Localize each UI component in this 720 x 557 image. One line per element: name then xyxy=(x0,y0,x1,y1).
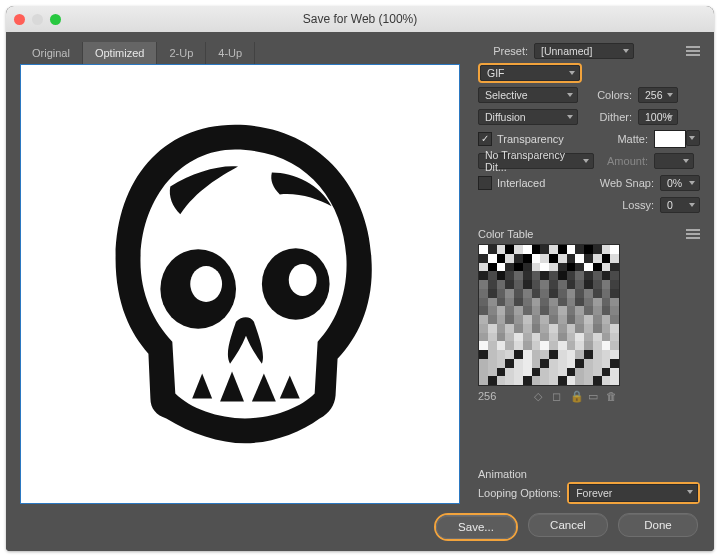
svg-point-3 xyxy=(289,264,317,296)
looping-highlight: Forever xyxy=(567,482,700,504)
animation-title: Animation xyxy=(478,468,700,480)
matte-dropdown[interactable] xyxy=(686,130,700,146)
format-dropdown[interactable]: GIF xyxy=(480,65,580,81)
save-highlight: Save... xyxy=(434,513,518,541)
preview-canvas[interactable] xyxy=(20,64,460,504)
maximize-icon[interactable] xyxy=(50,14,61,25)
preview-tabs: Original Optimized 2-Up 4-Up xyxy=(20,42,460,64)
color-table-menu-icon[interactable] xyxy=(686,229,700,239)
cancel-button[interactable]: Cancel xyxy=(528,513,608,537)
tab-optimized[interactable]: Optimized xyxy=(83,42,158,64)
preset-label: Preset: xyxy=(478,45,528,57)
matte-swatch[interactable] xyxy=(654,130,686,148)
interlaced-checkbox[interactable] xyxy=(478,176,492,190)
amount-label: Amount: xyxy=(602,155,648,167)
websnap-label: Web Snap: xyxy=(596,177,654,189)
format-highlight: GIF xyxy=(478,63,582,83)
looping-label: Looping Options: xyxy=(478,487,561,499)
websnap-dropdown[interactable]: 0% xyxy=(660,175,700,191)
interlaced-label: Interlaced xyxy=(497,177,545,189)
save-button[interactable]: Save... xyxy=(436,515,516,539)
trash-icon[interactable]: 🗑 xyxy=(606,390,618,402)
color-table-title: Color Table xyxy=(478,228,533,240)
color-table-grid[interactable] xyxy=(478,244,620,386)
looping-dropdown[interactable]: Forever xyxy=(569,484,698,502)
ct-icon-1[interactable]: ◇ xyxy=(534,390,546,402)
transparency-label: Transparency xyxy=(497,133,564,145)
dither-algo-dropdown[interactable]: Diffusion xyxy=(478,109,578,125)
flyout-menu-icon[interactable] xyxy=(686,46,700,56)
transparency-checkbox[interactable]: ✓ xyxy=(478,132,492,146)
preview-image xyxy=(21,65,459,503)
matte-label: Matte: xyxy=(602,133,648,145)
new-color-icon[interactable]: ▭ xyxy=(588,390,600,402)
color-count: 256 xyxy=(478,390,496,402)
preset-dropdown[interactable]: [Unnamed] xyxy=(534,43,634,59)
save-for-web-dialog: Save for Web (100%) Original Optimized 2… xyxy=(6,6,714,551)
tab-4up[interactable]: 4-Up xyxy=(206,42,255,64)
amount-dropdown xyxy=(654,153,694,169)
minimize-icon xyxy=(32,14,43,25)
tab-original[interactable]: Original xyxy=(20,42,83,64)
close-icon[interactable] xyxy=(14,14,25,25)
colors-dropdown[interactable]: 256 xyxy=(638,87,678,103)
reduction-dropdown[interactable]: Selective xyxy=(478,87,578,103)
ct-icon-2[interactable]: ◻ xyxy=(552,390,564,402)
done-button[interactable]: Done xyxy=(618,513,698,537)
lock-icon[interactable]: 🔒 xyxy=(570,390,582,402)
dither-dropdown[interactable]: 100% xyxy=(638,109,678,125)
tab-2up[interactable]: 2-Up xyxy=(157,42,206,64)
titlebar: Save for Web (100%) xyxy=(6,6,714,33)
lossy-dropdown[interactable]: 0 xyxy=(660,197,700,213)
trans-dither-dropdown[interactable]: No Transparency Dit... xyxy=(478,153,594,169)
svg-point-2 xyxy=(190,266,222,302)
colors-label: Colors: xyxy=(586,89,632,101)
window-title: Save for Web (100%) xyxy=(6,12,714,26)
dither-label: Dither: xyxy=(586,111,632,123)
lossy-label: Lossy: xyxy=(608,199,654,211)
